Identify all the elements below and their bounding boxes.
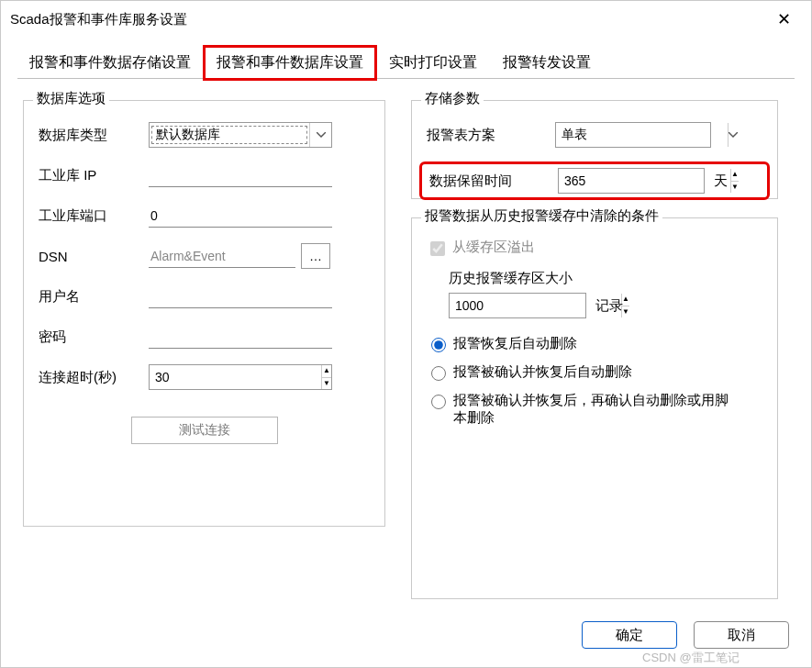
window-title: Scada报警和事件库服务设置: [10, 11, 187, 28]
user-label: 用户名: [39, 288, 149, 306]
purge-radio-restore[interactable]: [431, 338, 446, 352]
purge-radio-confirm-restore[interactable]: [431, 366, 446, 381]
tabs: 报警和事件数据存储设置 报警和事件数据库设置 实时打印设置 报警转发设置: [1, 38, 811, 79]
cache-size-spinner[interactable]: ▲ ▼: [449, 293, 586, 318]
overflow-checkbox: [430, 241, 445, 256]
ok-button[interactable]: 确定: [582, 621, 677, 649]
db-options-legend: 数据库选项: [33, 90, 109, 107]
db-type-label: 数据库类型: [39, 127, 149, 144]
dsn-browse-button[interactable]: …: [301, 243, 330, 269]
storage-params-group: 存储参数 报警表方案 数据保留时间 ▲: [411, 100, 778, 199]
spin-down-icon[interactable]: ▼: [322, 378, 331, 390]
pwd-label: 密码: [39, 328, 149, 346]
overflow-label: 从缓存区溢出: [452, 239, 535, 256]
ellipsis-icon: …: [309, 249, 322, 263]
storage-legend: 存储参数: [421, 90, 484, 107]
db-type-value: 默认数据库: [151, 126, 307, 144]
close-button[interactable]: ✕: [765, 6, 802, 32]
purge-radio-script-label: 报警被确认并恢复后，再确认自动删除或用脚本删除: [453, 392, 738, 427]
purge-radio-confirm-restore-label: 报警被确认并恢复后自动删除: [453, 363, 632, 381]
timeout-value[interactable]: [150, 365, 321, 389]
purge-radio-restore-label: 报警恢复后自动删除: [453, 335, 577, 352]
close-icon: ✕: [777, 9, 791, 29]
scheme-label: 报警表方案: [427, 127, 555, 144]
dsn-label: DSN: [39, 249, 149, 264]
purge-radio-script[interactable]: [431, 395, 446, 409]
timeout-spinner[interactable]: ▲ ▼: [149, 364, 332, 390]
titlebar: Scada报警和事件库服务设置 ✕: [1, 1, 811, 38]
db-options-group: 数据库选项 数据库类型 默认数据库 工业库 IP 工业库端口 DSN: [23, 100, 385, 527]
spin-up-icon[interactable]: ▲: [322, 365, 331, 378]
tab-forward-settings[interactable]: 报警转发设置: [491, 47, 603, 79]
spin-down-icon[interactable]: ▼: [731, 182, 739, 194]
port-label: 工业库端口: [39, 207, 149, 225]
spin-up-icon[interactable]: ▲: [622, 294, 629, 306]
scheme-combo[interactable]: [555, 122, 711, 148]
ip-input[interactable]: [149, 164, 332, 187]
retention-label: 数据保留时间: [429, 173, 558, 190]
db-type-combo[interactable]: 默认数据库: [149, 122, 332, 148]
tab-realtime-print[interactable]: 实时打印设置: [377, 47, 489, 79]
pwd-input[interactable]: [149, 326, 332, 349]
purge-group: 报警数据从历史报警缓存中清除的条件 从缓存区溢出 历史报警缓存区大小 ▲ ▼: [411, 217, 778, 599]
user-input[interactable]: [149, 285, 332, 308]
watermark: CSDN @雷工笔记: [642, 650, 740, 666]
ip-label: 工业库 IP: [39, 167, 149, 184]
purge-legend: 报警数据从历史报警缓存中清除的条件: [421, 207, 662, 225]
chevron-down-icon[interactable]: [728, 123, 738, 147]
retention-value[interactable]: [559, 169, 730, 193]
chevron-down-icon[interactable]: [309, 123, 331, 147]
tab-storage-settings[interactable]: 报警和事件数据存储设置: [17, 47, 203, 79]
tab-database-settings[interactable]: 报警和事件数据库设置: [205, 47, 375, 79]
timeout-label: 连接超时(秒): [39, 369, 149, 386]
scheme-value[interactable]: [556, 123, 728, 147]
cache-size-label: 历史报警缓存区大小: [449, 270, 762, 287]
spin-up-icon[interactable]: ▲: [731, 169, 739, 182]
test-connection-button[interactable]: 测试连接: [131, 417, 278, 444]
retention-spinner[interactable]: ▲ ▼: [558, 168, 705, 194]
cancel-button[interactable]: 取消: [694, 621, 789, 649]
cache-size-suffix: 记录: [595, 297, 623, 315]
port-input[interactable]: [149, 205, 332, 228]
dsn-input[interactable]: [149, 245, 295, 268]
spin-down-icon[interactable]: ▼: [622, 306, 629, 318]
retention-suffix: 天: [714, 173, 728, 190]
